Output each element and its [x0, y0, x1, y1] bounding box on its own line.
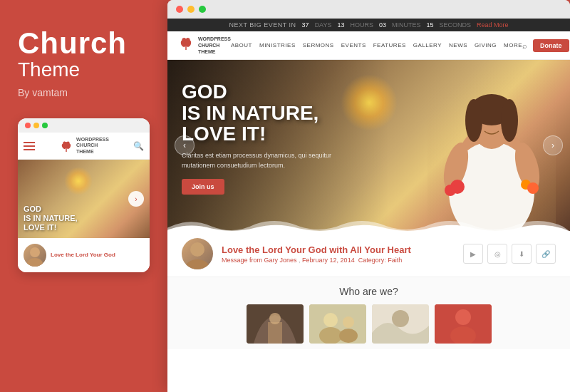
svg-point-31	[319, 327, 342, 344]
mobile-sermon-section: Love the Lord Your God	[18, 238, 150, 272]
site-nav: WORDPRESS CHURCH THEME ABOUT MINISTRIES …	[167, 31, 570, 60]
sermon-audio-button[interactable]: ◎	[487, 244, 507, 264]
svg-point-6	[27, 258, 43, 267]
nav-link-about[interactable]: ABOUT	[231, 42, 252, 48]
nav-link-features[interactable]: FEATURES	[373, 42, 406, 48]
site-wheat-icon	[178, 36, 194, 55]
join-button[interactable]: Join us	[182, 179, 224, 195]
site-logo: WORDPRESS CHURCH THEME	[178, 36, 231, 55]
sermon-avatar	[182, 238, 213, 269]
mobile-avatar	[24, 244, 46, 267]
svg-point-17	[501, 99, 518, 142]
nav-link-gallery[interactable]: GALLERY	[413, 42, 442, 48]
svg-rect-27	[268, 322, 282, 344]
mobile-top-bar	[18, 118, 150, 133]
mobile-sermon-title: Love the Lord Your God	[51, 252, 115, 259]
mobile-search-icon[interactable]: 🔍	[133, 141, 144, 151]
sermon-actions: ▶ ◎ ⬇ 🔗	[463, 244, 556, 264]
site-nav-actions: ⌕ Donate	[522, 39, 569, 52]
mobile-hero: GOD IS IN NATURE, LOVE IT! ›	[18, 160, 150, 238]
svg-point-33	[339, 329, 358, 343]
mobile-sun-glow	[64, 167, 93, 195]
mobile-sermon-item: Love the Lord Your God	[24, 244, 144, 267]
mobile-mockup: WORDPRESS CHURCH THEME 🔍 GOD IS IN NATUR…	[18, 118, 150, 272]
svg-point-5	[30, 247, 40, 257]
sermon-row: Love the Lord Your God with All Your Hea…	[167, 231, 570, 277]
svg-point-25	[186, 259, 209, 269]
hero-next-button[interactable]: ›	[543, 135, 563, 155]
svg-point-32	[343, 316, 354, 328]
mobile-hamburger-icon[interactable]	[24, 142, 35, 150]
browser-dot-green	[199, 6, 206, 13]
mobile-dot-green	[42, 123, 48, 128]
right-panel: NEXT BIG EVENT IN 37 DAYS 13 HOURS 03 MI…	[167, 0, 570, 392]
sermon-title[interactable]: Love the Lord Your God with All Your Hea…	[222, 244, 455, 255]
site-logo-text: WORDPRESS CHURCH THEME	[198, 36, 231, 55]
days-label: DAYS	[315, 21, 332, 29]
hours-value: 13	[337, 21, 344, 29]
mobile-next-button[interactable]: ›	[128, 191, 144, 207]
site-hero: GOD IS IN NATURE, LOVE IT! Claritas est …	[167, 60, 570, 231]
mobile-dot-red	[25, 123, 31, 128]
read-more-link[interactable]: Read More	[477, 21, 509, 29]
seconds-label: SECONDS	[440, 21, 472, 29]
hero-title: GOD IS IN NATURE, LOVE IT!	[182, 81, 338, 144]
svg-point-23	[527, 182, 539, 194]
sermon-share-button[interactable]: 🔗	[536, 244, 556, 264]
who-image-4	[435, 304, 492, 344]
site-search-icon[interactable]: ⌕	[522, 41, 527, 50]
who-image-2	[309, 304, 366, 344]
seconds-value: 15	[427, 21, 434, 29]
who-image-3	[372, 304, 429, 344]
hero-woman-figure	[428, 67, 556, 231]
nav-link-ministries[interactable]: MINISTRIES	[259, 42, 296, 48]
minutes-value: 03	[379, 21, 386, 29]
browser-dot-red	[176, 6, 183, 13]
who-images	[182, 304, 556, 344]
nav-link-more[interactable]: MORE	[504, 42, 522, 48]
hero-prev-button[interactable]: ‹	[175, 135, 195, 155]
mobile-nav: WORDPRESS CHURCH THEME 🔍	[18, 133, 150, 160]
mobile-hero-text: GOD IS IN NATURE, LOVE IT!	[24, 205, 78, 233]
sermon-play-button[interactable]: ▶	[463, 244, 483, 264]
hero-subtitle: Claritas est etiam processus dynamicus, …	[182, 151, 338, 170]
sermon-author: Gary Jones	[264, 257, 297, 264]
svg-point-35	[392, 310, 409, 327]
svg-point-16	[465, 99, 482, 142]
donate-button[interactable]: Donate	[533, 39, 569, 52]
mobile-dot-yellow	[33, 123, 39, 128]
hero-content: GOD IS IN NATURE, LOVE IT! Claritas est …	[182, 81, 338, 195]
sermon-category: Faith	[388, 257, 402, 264]
browser-bar	[167, 0, 570, 19]
event-label: NEXT BIG EVENT IN	[229, 21, 296, 29]
browser-dot-yellow	[187, 6, 195, 13]
nav-link-news[interactable]: NEWS	[449, 42, 467, 48]
nav-link-giving[interactable]: GIVING	[475, 42, 497, 48]
sermon-info: Love the Lord Your God with All Your Hea…	[222, 244, 455, 264]
svg-point-21	[445, 185, 456, 196]
sermon-meta: Message from Gary Jones , February 12, 2…	[222, 257, 455, 264]
mobile-logo-text: WORDPRESS CHURCH THEME	[76, 137, 109, 155]
site-nav-links: ABOUT MINISTRIES SERMONS EVENTS FEATURES…	[231, 42, 522, 48]
title-church: Church	[18, 29, 150, 58]
who-image-1	[247, 304, 304, 344]
nav-link-events[interactable]: EVENTS	[341, 42, 366, 48]
left-panel: Church Theme By vamtam	[0, 0, 167, 392]
hero-bottom-decoration	[167, 213, 570, 232]
who-section: Who are we?	[167, 277, 570, 349]
who-title: Who are we?	[182, 286, 556, 297]
minutes-label: MINUTES	[392, 21, 421, 29]
site-top-bar: NEXT BIG EVENT IN 37 DAYS 13 HOURS 03 MI…	[167, 19, 570, 31]
by-author: By vamtam	[18, 87, 150, 98]
nav-link-sermons[interactable]: SERMONS	[303, 42, 334, 48]
svg-point-24	[190, 242, 204, 257]
svg-point-28	[269, 313, 281, 324]
days-value: 37	[302, 21, 309, 29]
svg-point-30	[323, 313, 338, 327]
mobile-hero-text-area: GOD IS IN NATURE, LOVE IT!	[18, 199, 83, 239]
hours-label: HOURS	[350, 21, 373, 29]
mobile-wheat-icon	[59, 139, 73, 153]
sermon-download-button[interactable]: ⬇	[512, 244, 532, 264]
title-theme: Theme	[18, 58, 150, 81]
mobile-logo: WORDPRESS CHURCH THEME	[59, 137, 109, 155]
